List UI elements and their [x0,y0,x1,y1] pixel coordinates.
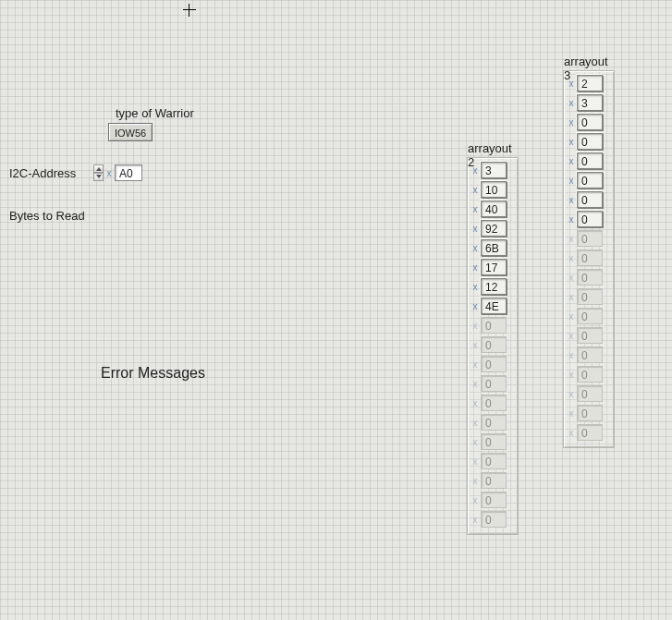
hex-prefix: x [471,282,479,292]
hex-prefix: x [471,359,479,370]
arrayout-2-title: arrayout 2 [468,141,518,169]
arrayout-3-title: arrayout 3 [564,55,614,82]
arrayout3-cell-3-value[interactable]: 0 [577,133,603,150]
arrayout2-cell-4-value[interactable]: 6B [481,239,507,256]
hex-prefix: x [471,418,479,428]
arrayout3-cell-6-value[interactable]: 0 [577,191,603,208]
hex-prefix: x [568,176,575,186]
arrayout3-cell-9: x0 [568,249,610,266]
hex-prefix: x [471,204,479,214]
arrayout3-cell-12: x0 [568,308,610,324]
arrayout3-cell-7[interactable]: x0 [568,211,610,227]
arrayout2-cell-3[interactable]: x92 [471,220,514,237]
hex-prefix: x [471,340,479,350]
arrayout2-cell-14-value: 0 [481,433,507,450]
arrayout2-cell-16: x0 [471,472,514,489]
arrayout2-cell-9-value: 0 [481,336,507,353]
arrayout2-cell-10: x0 [471,356,514,372]
i2c-address-spinner[interactable] [93,164,104,181]
i2c-address-increment[interactable] [93,164,104,173]
error-messages-label: Error Messages [101,365,205,382]
arrayout2-cell-17: x0 [471,492,514,508]
hex-prefix: x [471,321,479,331]
arrayout3-cell-5-value[interactable]: 0 [577,172,603,188]
arrayout2-cell-5[interactable]: x17 [471,259,514,275]
hex-prefix: x [471,495,479,505]
hex-prefix: x [568,156,575,166]
arrayout3-cell-14: x0 [568,346,610,363]
arrayout2-cell-1[interactable]: x10 [471,181,514,198]
arrayout3-cell-5[interactable]: x0 [568,172,610,188]
arrayout2-cell-6-value[interactable]: 12 [481,278,507,295]
arrayout3-cell-3[interactable]: x0 [568,133,610,150]
hex-prefix: x [568,117,575,128]
arrayout2-cell-18: x0 [471,511,514,528]
arrayout3-cell-16-value: 0 [577,385,603,402]
arrayout3-cell-9-value: 0 [577,249,603,266]
hex-prefix: x [471,185,479,195]
hex-prefix: x [105,168,113,178]
hex-prefix: x [568,408,575,419]
arrayout2-cell-3-value[interactable]: 92 [481,220,507,237]
cursor-crosshair [183,4,196,17]
hex-prefix: x [568,195,575,205]
arrayout3-cell-1[interactable]: x3 [568,94,610,111]
arrayout3-cell-11-value: 0 [577,288,603,305]
hex-prefix: x [568,137,575,147]
arrayout3-cell-11: x0 [568,288,610,305]
arrayout2-cell-7-value[interactable]: 4E [481,298,507,314]
arrayout2-cell-15: x0 [471,453,514,469]
hex-prefix: x [471,301,479,311]
arrayout3-cell-17: x0 [568,405,610,421]
arrayout2-cell-7[interactable]: x4E [471,298,514,314]
arrayout-2: arrayout 2 x3x10x40x92x6Bx17x12x4Ex0x0x0… [467,157,519,535]
arrayout3-cell-8: x0 [568,230,610,247]
arrayout2-cell-5-value[interactable]: 17 [481,259,507,275]
arrayout2-cell-18-value: 0 [481,511,507,528]
bytes-to-read-label: Bytes to Read [9,209,85,223]
arrayout3-cell-7-value[interactable]: 0 [577,211,603,227]
type-of-warrior-value[interactable]: IOW56 [108,123,153,141]
hex-prefix: x [568,331,575,341]
arrayout3-cell-10-value: 0 [577,269,603,286]
hex-prefix: x [568,311,575,322]
i2c-address-decrement[interactable] [93,173,104,181]
arrayout-3: arrayout 3 x2x3x0x0x0x0x0x0x0x0x0x0x0x0x… [563,70,615,448]
arrayout2-cell-13-value: 0 [481,414,507,431]
arrayout3-cell-2-value[interactable]: 0 [577,114,603,130]
i2c-address-field[interactable]: A0 [115,164,142,181]
hex-prefix: x [568,234,575,244]
hex-prefix: x [568,214,575,225]
arrayout2-cell-4[interactable]: x6B [471,239,514,256]
arrayout3-cell-18-value: 0 [577,424,603,441]
arrayout2-cell-2-value[interactable]: 40 [481,201,507,217]
hex-prefix: x [568,370,575,380]
arrayout3-cell-13: x0 [568,327,610,344]
arrayout3-cell-8-value: 0 [577,230,603,247]
arrayout2-cell-11-value: 0 [481,375,507,392]
arrayout3-cell-6[interactable]: x0 [568,191,610,208]
arrayout2-cell-2[interactable]: x40 [471,201,514,217]
i2c-address-control[interactable]: x A0 [93,164,142,181]
arrayout3-cell-2[interactable]: x0 [568,114,610,130]
arrayout3-cell-18: x0 [568,424,610,441]
arrayout2-cell-10-value: 0 [481,356,507,372]
arrayout3-cell-16: x0 [568,385,610,402]
hex-prefix: x [471,262,479,273]
arrayout2-cell-1-value[interactable]: 10 [481,181,507,198]
i2c-address-label: I2C-Address [9,166,76,180]
hex-prefix: x [471,224,479,234]
arrayout2-cell-9: x0 [471,336,514,353]
arrayout2-cell-11: x0 [471,375,514,392]
arrayout2-cell-17-value: 0 [481,492,507,508]
hex-prefix: x [471,515,479,525]
arrayout3-cell-1-value[interactable]: 3 [577,94,603,111]
arrayout2-cell-14: x0 [471,433,514,450]
arrayout3-cell-15-value: 0 [577,366,603,383]
hex-prefix: x [471,476,479,486]
arrayout3-cell-4[interactable]: x0 [568,152,610,169]
arrayout3-cell-4-value[interactable]: 0 [577,152,603,169]
arrayout2-cell-6[interactable]: x12 [471,278,514,295]
hex-prefix: x [471,379,479,389]
arrayout3-cell-15: x0 [568,366,610,383]
